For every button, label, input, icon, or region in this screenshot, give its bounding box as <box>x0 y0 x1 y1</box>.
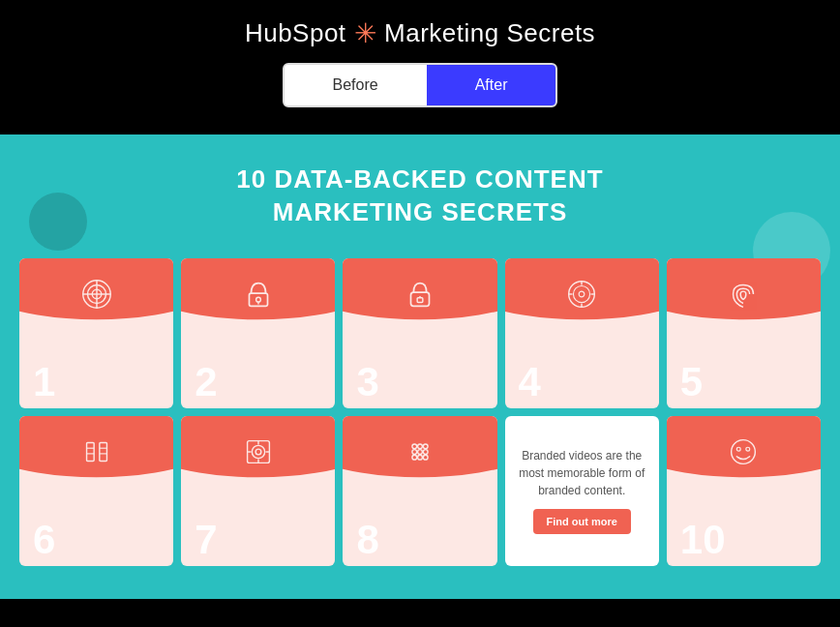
svg-point-34 <box>412 450 417 455</box>
card-8-top <box>343 416 496 489</box>
card-6-top <box>19 416 173 489</box>
card-7-top <box>181 416 335 489</box>
card-8-number: 8 <box>356 520 378 560</box>
card-2: 2 <box>181 258 335 408</box>
svg-rect-19 <box>99 443 106 462</box>
svg-point-37 <box>412 455 417 460</box>
padlock-icon <box>402 276 438 313</box>
deco-circle-left <box>29 193 87 251</box>
svg-point-36 <box>423 450 428 455</box>
svg-rect-9 <box>417 298 423 303</box>
card-5-number: 5 <box>680 362 703 403</box>
card-2-number: 2 <box>195 362 217 403</box>
card-4-number: 4 <box>519 362 541 403</box>
card-6-number: 6 <box>33 520 55 560</box>
svg-point-33 <box>423 444 428 449</box>
target-icon <box>78 276 115 313</box>
dial-icon <box>563 276 600 313</box>
card-3-top <box>343 258 496 331</box>
svg-point-32 <box>418 444 423 449</box>
svg-point-25 <box>252 445 264 458</box>
columns-icon <box>78 433 115 470</box>
card-2-top <box>181 258 335 331</box>
toggle-wrapper: Before After <box>283 63 558 107</box>
card-10-number: 10 <box>680 520 726 560</box>
card-7-number: 7 <box>195 520 217 560</box>
card-4-top <box>505 258 659 331</box>
svg-rect-8 <box>410 292 429 306</box>
card-9-text: Branded videos are the most memorable fo… <box>517 447 647 499</box>
fingerprint-icon <box>725 276 762 313</box>
card-7: 7 <box>181 416 335 566</box>
dots-icon <box>402 433 438 470</box>
svg-rect-18 <box>86 443 94 462</box>
card-8: 8 <box>343 416 496 566</box>
main-content: 10 DATA-BACKED CONTENT MARKETING SECRETS… <box>0 134 840 599</box>
cards-grid: 1 2 <box>19 258 821 566</box>
hubspot-asterisk: ✳ <box>354 17 377 49</box>
card-1: 1 <box>19 258 173 408</box>
marketing-secrets-text: Marketing Secrets <box>384 18 595 48</box>
header-title: HubSpot ✳ Marketing Secrets <box>0 17 840 49</box>
gear-target-icon <box>240 433 277 470</box>
svg-point-38 <box>418 455 423 460</box>
face-icon <box>725 433 762 470</box>
section-title: 10 DATA-BACKED CONTENT MARKETING SECRETS <box>19 164 821 229</box>
card-4: 4 <box>505 258 659 408</box>
svg-point-12 <box>574 286 590 303</box>
card-10-top <box>667 416 821 489</box>
svg-point-39 <box>423 455 428 460</box>
card-5-top <box>667 258 821 331</box>
svg-point-31 <box>412 444 417 449</box>
after-button[interactable]: After <box>427 65 556 105</box>
svg-point-6 <box>255 297 260 302</box>
toggle-container: Before After <box>0 63 840 107</box>
svg-point-42 <box>746 447 750 451</box>
svg-point-35 <box>418 450 423 455</box>
card-1-top <box>19 258 173 331</box>
svg-point-26 <box>255 449 261 455</box>
card-10: 10 <box>667 416 821 566</box>
card-1-number: 1 <box>33 362 55 403</box>
card-9: Branded videos are the most memorable fo… <box>505 416 659 566</box>
card-6: 6 <box>19 416 173 566</box>
header: HubSpot ✳ Marketing Secrets Before After <box>0 0 840 134</box>
svg-point-41 <box>737 447 741 451</box>
svg-point-13 <box>579 291 585 297</box>
card-5: 5 <box>667 258 821 408</box>
arch-lock-icon <box>240 276 277 313</box>
svg-point-11 <box>569 282 595 308</box>
hubspot-text: HubSpot <box>245 18 346 48</box>
before-button[interactable]: Before <box>285 65 427 105</box>
svg-point-40 <box>732 440 756 464</box>
find-out-more-button[interactable]: Find out more <box>533 509 631 534</box>
card-3: 3 <box>343 258 496 408</box>
card-3-number: 3 <box>356 362 378 403</box>
